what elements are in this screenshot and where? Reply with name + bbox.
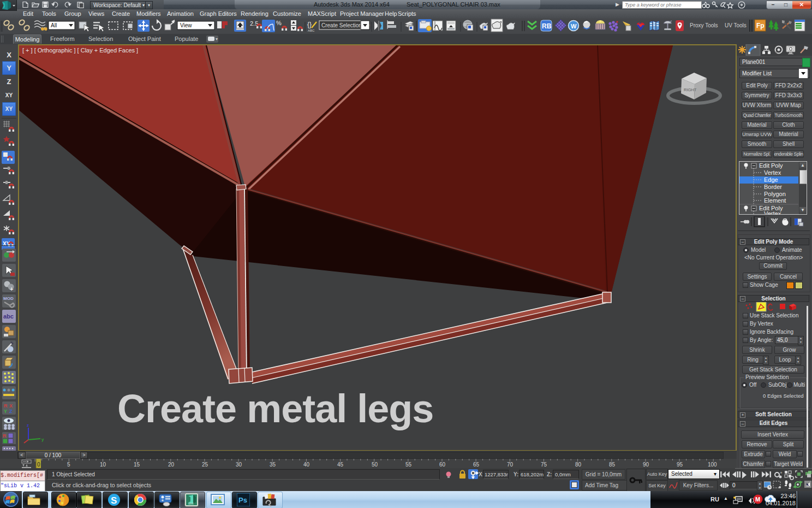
svg-text:90: 90 [643, 462, 649, 468]
svg-text:85: 85 [609, 462, 616, 468]
svg-text:%: % [276, 20, 282, 26]
svg-text:75: 75 [541, 462, 547, 468]
svg-text:M: M [755, 496, 760, 503]
svg-text:25: 25 [202, 462, 208, 468]
svg-text:45: 45 [337, 462, 344, 468]
svg-text:100: 100 [708, 462, 717, 468]
svg-text:+: + [780, 470, 783, 475]
svg-text:Element: Element [764, 197, 786, 204]
svg-text:40: 40 [303, 462, 310, 468]
svg-text:X: X [9, 403, 13, 409]
svg-text:80: 80 [575, 462, 582, 468]
svg-text:50: 50 [372, 462, 378, 468]
svg-text:Fp: Fp [756, 22, 765, 29]
svg-text:View: View [180, 22, 192, 28]
svg-text:{}: {} [307, 21, 312, 28]
svg-text:abc: abc [3, 313, 14, 320]
svg-text:UV Tools: UV Tools [725, 22, 747, 28]
svg-text:Proxy Tools: Proxy Tools [690, 22, 718, 28]
svg-text:65: 65 [473, 462, 480, 468]
svg-text:Vertex: Vertex [764, 210, 781, 214]
svg-text:Edit Poly: Edit Poly [759, 162, 783, 169]
svg-text:y: y [41, 437, 44, 442]
svg-text:5: 5 [67, 462, 70, 468]
svg-text:Ps: Ps [238, 496, 247, 504]
svg-text:Edge: Edge [764, 176, 778, 183]
svg-text:ABC: ABC [308, 29, 315, 32]
svg-text:[ + ] [ Orthographic ] [ Clay: [ + ] [ Orthographic ] [ Clay + Edged Fa… [22, 47, 138, 54]
svg-text:W: W [571, 23, 577, 29]
svg-text:10: 10 [100, 462, 106, 468]
svg-text:RIGHT: RIGHT [684, 87, 697, 92]
svg-text:35: 35 [270, 462, 276, 468]
svg-text:Y: Y [4, 409, 7, 414]
svg-text:Border: Border [764, 184, 782, 190]
svg-text:R: R [3, 433, 7, 439]
svg-text:Vertex: Vertex [764, 169, 781, 176]
svg-text:R: R [4, 403, 8, 409]
svg-text:60: 60 [439, 462, 446, 468]
svg-text:95: 95 [677, 462, 683, 468]
svg-text:0: 0 [37, 462, 40, 468]
svg-text:All: All [51, 22, 57, 28]
svg-text:Polygon: Polygon [764, 191, 786, 197]
svg-text:20: 20 [168, 462, 175, 468]
svg-text:70: 70 [507, 462, 514, 468]
svg-text:15: 15 [134, 462, 140, 468]
svg-text:Z: Z [9, 409, 13, 414]
svg-text:S: S [111, 495, 117, 506]
svg-text:RB: RB [542, 22, 552, 30]
svg-text:Create metal legs: Create metal legs [117, 387, 433, 430]
svg-text:55: 55 [405, 462, 412, 468]
svg-text:z: z [27, 423, 29, 428]
svg-text:30: 30 [236, 462, 242, 468]
svg-text:MOD: MOD [3, 296, 14, 301]
svg-text:+: + [10, 286, 13, 292]
svg-text:MAX: MAX [188, 503, 194, 505]
